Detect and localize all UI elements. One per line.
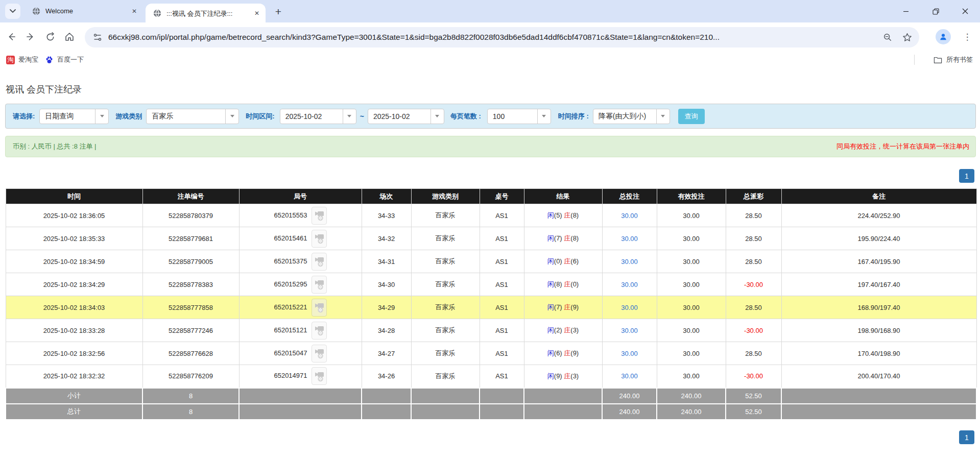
bookmark-label: 爱淘宝 xyxy=(18,55,38,64)
tab-title: :::视讯 会员下注纪录::: xyxy=(166,9,249,18)
table-row: 2025-10-02 18:34:59 522858779005 6520153… xyxy=(6,250,976,273)
reload-icon[interactable] xyxy=(43,30,57,44)
cell-result: 闲(5) 庄(8) xyxy=(524,204,602,227)
cell-result: 闲(8) 庄(0) xyxy=(524,273,602,296)
forward-icon[interactable] xyxy=(23,30,38,44)
date-to-select[interactable]: 2025-10-02 xyxy=(368,109,444,124)
page-title: 视讯 会员下注纪录 xyxy=(6,83,82,95)
query-type-select[interactable]: 日期查询 xyxy=(39,109,109,124)
minimize-icon[interactable] xyxy=(891,0,921,22)
cell-valid-bet: 30.00 xyxy=(657,227,726,250)
cell-bet-number: 522858779681 xyxy=(142,227,239,250)
select-arrow-icon xyxy=(95,109,108,124)
window-close-icon[interactable] xyxy=(950,0,980,22)
video-replay-button[interactable] xyxy=(312,367,327,385)
total-bet-link[interactable]: 30.00 xyxy=(621,327,638,334)
cell-time: 2025-10-02 18:34:03 xyxy=(6,296,142,319)
cell-time: 2025-10-02 18:34:59 xyxy=(6,250,142,273)
subtotal-cell: 小计 xyxy=(6,388,142,404)
video-replay-button[interactable] xyxy=(312,253,327,271)
bookmark-taobao[interactable]: 淘 爱淘宝 xyxy=(6,52,38,68)
video-replay-button[interactable] xyxy=(312,230,327,248)
new-tab-button[interactable]: + xyxy=(272,5,285,18)
cell-time: 2025-10-02 18:32:56 xyxy=(6,342,142,365)
bookmark-label: 百度一下 xyxy=(57,55,84,64)
total-bet-link[interactable]: 30.00 xyxy=(621,212,638,220)
subtotal-cell xyxy=(411,388,480,404)
range-tilde: ~ xyxy=(360,112,364,120)
column-header: 总派彩 xyxy=(726,189,781,204)
game-type-value: 百家乐 xyxy=(147,112,225,121)
game-type-select[interactable]: 百家乐 xyxy=(146,109,239,124)
home-icon[interactable] xyxy=(62,30,77,44)
summary-left: 币别 : 人民币 | 总共 :8 注单 | xyxy=(13,142,97,151)
total-cell: 8 xyxy=(142,404,239,420)
filter-bar: 请选择: 日期查询 游戏类别 百家乐 时间区间: 2025-10-02 ~ 20… xyxy=(5,104,976,129)
search-button[interactable]: 查询 xyxy=(678,109,705,124)
cell-session: 34-26 xyxy=(362,365,411,388)
video-replay-button[interactable] xyxy=(312,299,327,317)
bookmark-baidu[interactable]: 百度一下 xyxy=(45,52,84,68)
cell-game-type: 百家乐 xyxy=(411,227,480,250)
tab-close-icon[interactable]: ✕ xyxy=(252,9,261,18)
table-header-row: 时间注单编号局号场次游戏类别桌号结果总投注有效投注总派彩备注 xyxy=(6,189,976,204)
cell-session: 34-32 xyxy=(362,227,411,250)
menu-dots-icon[interactable]: ⋮ xyxy=(963,29,972,44)
video-replay-button[interactable] xyxy=(312,345,327,362)
cell-payout: 28.50 xyxy=(726,296,781,319)
cell-bet-number: 522858776209 xyxy=(142,365,239,388)
cell-session: 34-33 xyxy=(362,204,411,227)
table-row: 2025-10-02 18:34:29 522858778383 6520152… xyxy=(6,273,976,296)
tab-search-button[interactable] xyxy=(5,4,20,19)
cell-game-type: 百家乐 xyxy=(411,250,480,273)
total-cell xyxy=(362,404,411,420)
cell-time: 2025-10-02 18:34:29 xyxy=(6,273,142,296)
video-replay-button[interactable] xyxy=(312,207,327,225)
profile-avatar-icon[interactable] xyxy=(936,29,951,44)
per-page-value: 100 xyxy=(488,112,537,120)
bookmark-star-icon[interactable] xyxy=(902,33,912,42)
cell-total-bet: 30.00 xyxy=(602,250,657,273)
total-bet-link[interactable]: 30.00 xyxy=(621,235,638,243)
total-cell xyxy=(781,404,976,420)
select-arrow-icon xyxy=(656,109,670,124)
cell-remark: 170.40/198.90 xyxy=(781,342,976,365)
table-row: 2025-10-02 18:35:33 522858779681 6520154… xyxy=(6,227,976,250)
select-arrow-icon xyxy=(537,109,551,124)
video-replay-button[interactable] xyxy=(312,322,327,340)
chevron-down-icon xyxy=(10,9,16,13)
cell-result: 闲(6) 庄(9) xyxy=(524,342,602,365)
pagination-page-1-bottom[interactable]: 1 xyxy=(959,430,974,444)
subtotal-cell: 240.00 xyxy=(602,388,657,404)
total-bet-link[interactable]: 30.00 xyxy=(621,304,638,311)
video-replay-button[interactable] xyxy=(312,276,327,294)
date-from-value: 2025-10-02 xyxy=(280,112,343,120)
address-bar[interactable]: 66cxkj98.com/ipl/portal.php/game/betreco… xyxy=(85,27,919,47)
back-icon[interactable] xyxy=(4,30,18,44)
total-bet-link[interactable]: 30.00 xyxy=(621,372,638,380)
tab-betrecord[interactable]: :::视讯 会员下注纪录::: ✕ xyxy=(146,4,266,22)
cell-table-number: AS1 xyxy=(480,204,524,227)
pagination-page-1-top[interactable]: 1 xyxy=(959,169,974,183)
total-bet-link[interactable]: 30.00 xyxy=(621,281,638,288)
cell-game-type: 百家乐 xyxy=(411,273,480,296)
restore-icon[interactable] xyxy=(921,0,950,22)
table-row: 2025-10-02 18:34:03 522858777858 6520152… xyxy=(6,296,976,319)
site-info-icon[interactable] xyxy=(93,33,102,41)
cell-time: 2025-10-02 18:33:28 xyxy=(6,319,142,342)
all-bookmarks[interactable]: 所有书签 xyxy=(934,52,973,68)
sort-select[interactable]: 降幂(由大到小) xyxy=(593,109,670,124)
cell-total-bet: 30.00 xyxy=(602,204,657,227)
zoom-icon[interactable] xyxy=(883,33,892,42)
total-bet-link[interactable]: 30.00 xyxy=(621,258,638,265)
tab-close-icon[interactable]: ✕ xyxy=(130,7,139,16)
tab-welcome[interactable]: Welcome ✕ xyxy=(25,0,143,22)
column-header: 局号 xyxy=(239,189,362,204)
cell-game-type: 百家乐 xyxy=(411,319,480,342)
per-page-select[interactable]: 100 xyxy=(487,109,551,124)
date-from-select[interactable]: 2025-10-02 xyxy=(280,109,356,124)
cell-round-number: 652015047 xyxy=(239,342,362,365)
subtotal-cell xyxy=(480,388,524,404)
cell-remark: 167.40/195.90 xyxy=(781,250,976,273)
total-bet-link[interactable]: 30.00 xyxy=(621,350,638,357)
